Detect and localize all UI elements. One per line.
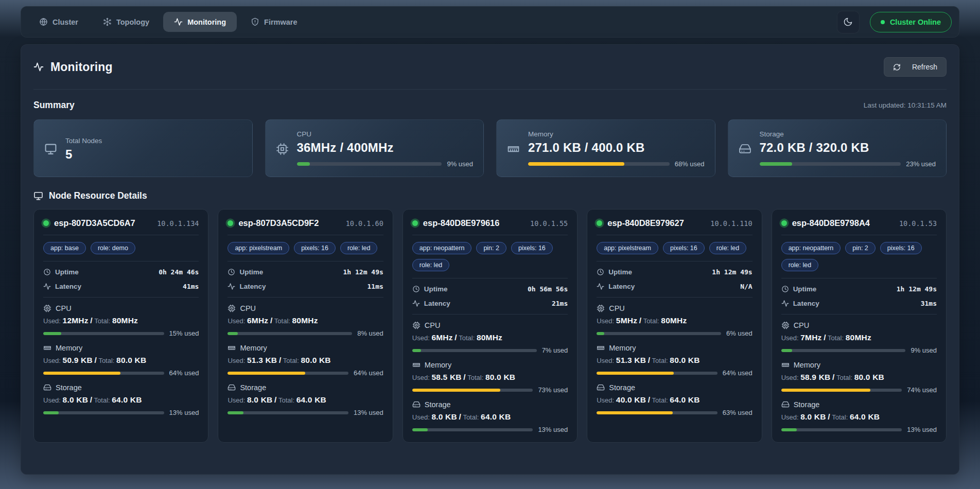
resource-progress: 64% used (597, 369, 752, 377)
resource-label-row: CPU (227, 304, 383, 312)
memory-icon (507, 143, 520, 155)
latency-label: Latency (793, 300, 819, 307)
summary-card-label: CPU (297, 130, 474, 138)
node-name: esp-840D8E9798A4 (792, 218, 870, 228)
resource-label-row: CPU (43, 304, 199, 312)
activity-icon (174, 18, 183, 26)
node-badge: app: neopattern (781, 242, 841, 254)
hard-drive-icon (412, 400, 421, 409)
nav-tab-label: Monitoring (187, 18, 226, 26)
used-label: Used: (781, 374, 799, 381)
node-badge: pixels: 16 (294, 242, 336, 254)
resource-label: CPU (240, 304, 256, 312)
refresh-icon (893, 63, 901, 71)
resource-values: Used: 51.3 KB / Total: 80.0 KB (597, 356, 752, 365)
resource-label: CPU (425, 321, 441, 329)
nav-tabs: ClusterTopologyMonitoringFirmware (28, 12, 308, 32)
resource-block-memory: MemoryUsed: 50.9 KB / Total: 80.0 KB64% … (43, 344, 199, 377)
node-badge: app: base (43, 242, 86, 254)
resource-values: Used: 6MHz / Total: 80MHz (227, 316, 383, 325)
summary-card-memory: Memory271.0 KB / 400.0 KB68% used (496, 119, 715, 177)
node-ip: 10.0.1.110 (710, 219, 752, 228)
resource-values: Used: 8.0 KB / Total: 64.0 KB (412, 412, 568, 422)
summary-title: Summary (33, 100, 75, 111)
cpu-icon (597, 304, 605, 312)
latency-row: Latency41ms (43, 283, 199, 290)
summary-card-storage: Storage72.0 KB / 320.0 KB23% used (728, 119, 947, 177)
node-online-dot-icon (781, 220, 787, 226)
used-value: 58.9 KB (800, 373, 830, 381)
activity-icon (412, 300, 420, 307)
resource-progress: 13% used (412, 426, 568, 433)
summary-card-value: 72.0 KB / 320.0 KB (760, 141, 936, 155)
resource-block-cpu: CPUUsed: 12MHz / Total: 80MHz15% used (43, 304, 199, 337)
refresh-button[interactable]: Refresh (884, 57, 947, 77)
summary-progress: 9% used (297, 160, 474, 168)
percent-used-label: 64% used (169, 369, 199, 377)
nav-tab-monitoring[interactable]: Monitoring (163, 12, 237, 32)
progress-bar (412, 349, 537, 352)
summary-progress: 23% used (760, 160, 936, 168)
cluster-status-badge[interactable]: Cluster Online (870, 12, 952, 32)
nodes-section-header: Node Resource Details (33, 190, 947, 201)
total-value: 80MHz (112, 316, 138, 325)
resource-block-storage: StorageUsed: 8.0 KB / Total: 64.0 KB13% … (227, 383, 383, 416)
progress-bar (412, 389, 533, 392)
resource-block-storage: StorageUsed: 8.0 KB / Total: 64.0 KB13% … (781, 400, 937, 433)
resource-block-storage: StorageUsed: 8.0 KB / Total: 64.0 KB13% … (412, 400, 568, 433)
used-label: Used: (227, 357, 245, 364)
total-value: 80MHz (292, 316, 318, 325)
divider (43, 235, 199, 235)
divider (227, 297, 383, 298)
node-badge: app: pixelstream (597, 242, 658, 254)
resource-progress: 73% used (412, 386, 568, 394)
nav-tab-cluster[interactable]: Cluster (28, 12, 89, 32)
node-badges: app: pixelstreampixels: 16role: led (227, 242, 383, 254)
total-label: Total: (94, 396, 110, 404)
theme-toggle-button[interactable] (837, 11, 860, 33)
hard-drive-icon (597, 383, 605, 392)
used-value: 6MHz (247, 316, 268, 325)
node-online-dot-icon (412, 220, 418, 226)
node-name: esp-840D8E979616 (423, 218, 500, 228)
resource-label-row: Memory (597, 344, 752, 352)
nav-tab-topology[interactable]: Topology (92, 12, 160, 32)
nav-tab-firmware[interactable]: Firmware (240, 12, 308, 32)
node-badges: app: neopatternpin: 2pixels: 16role: led (781, 242, 937, 271)
total-label: Total: (643, 317, 659, 325)
total-value: 80MHz (846, 333, 871, 342)
node-badge: pixels: 16 (880, 242, 922, 254)
latency-value: 41ms (183, 283, 199, 290)
total-label: Total: (94, 317, 110, 325)
node-online-dot-icon (227, 220, 233, 226)
resource-values: Used: 8.0 KB / Total: 64.0 KB (43, 395, 199, 405)
uptime-row: Uptime0h 56m 56s (412, 285, 568, 293)
clock-icon (227, 268, 235, 276)
node-ip: 10.0.1.60 (346, 219, 383, 228)
clock-icon (412, 285, 420, 293)
hard-drive-icon (43, 383, 51, 392)
summary-card-body: Storage72.0 KB / 320.0 KB23% used (760, 130, 936, 168)
resource-label: Storage (609, 383, 635, 392)
used-value: 5MHz (616, 316, 637, 325)
node-header: esp-840D8E9798A410.0.1.53 (781, 218, 937, 228)
uptime-value: 1h 12m 49s (343, 268, 383, 276)
summary-card-value: 271.0 KB / 400.0 KB (528, 141, 705, 155)
uptime-row: Uptime1h 12m 49s (597, 268, 752, 276)
nodes-section-title: Node Resource Details (49, 190, 147, 201)
resource-progress: 15% used (43, 329, 199, 337)
used-value: 6MHz (431, 333, 452, 342)
resource-values: Used: 12MHz / Total: 80MHz (43, 316, 199, 325)
resource-progress: 6% used (597, 329, 752, 337)
divider (412, 314, 568, 315)
resource-block-memory: MemoryUsed: 58.5 KB / Total: 80.0 KB73% … (412, 361, 568, 394)
latency-value: N/A (740, 283, 752, 290)
activity-icon (43, 283, 51, 290)
monitor-icon (33, 191, 43, 201)
percent-used-label: 63% used (723, 409, 752, 416)
progress-bar (781, 428, 902, 431)
used-label: Used: (227, 396, 245, 404)
resource-values: Used: 58.9 KB / Total: 80.0 KB (781, 373, 937, 382)
node-badges: app: neopatternpin: 2pixels: 16role: led (412, 242, 568, 271)
used-label: Used: (597, 317, 614, 325)
